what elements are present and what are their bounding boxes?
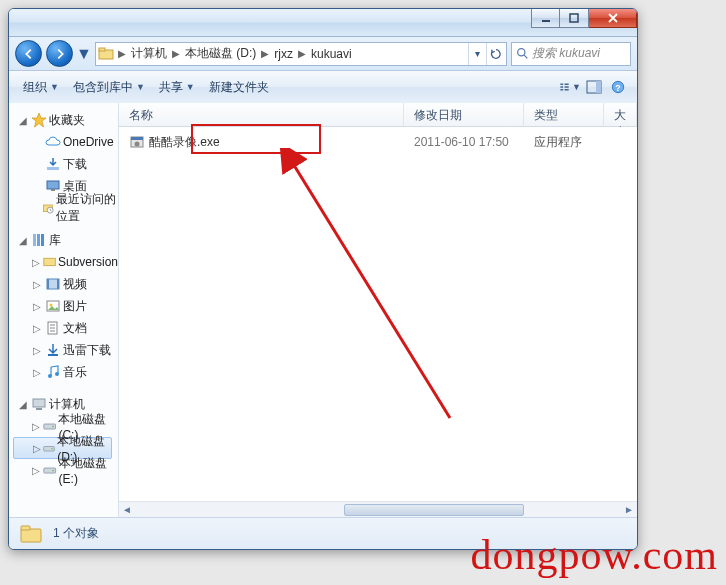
- column-name[interactable]: 名称: [119, 103, 404, 126]
- chevron-down-icon: ▼: [136, 82, 145, 92]
- sidebar-item-subversion[interactable]: ▷Subversion: [13, 251, 118, 273]
- maximize-button[interactable]: [560, 8, 589, 28]
- download-icon: [45, 342, 61, 358]
- expand-icon[interactable]: ▷: [31, 421, 41, 432]
- sidebar-item-videos[interactable]: ▷视频: [13, 273, 118, 295]
- collapse-icon[interactable]: ◢: [17, 235, 29, 246]
- sidebar-item-pictures[interactable]: ▷图片: [13, 295, 118, 317]
- column-date[interactable]: 修改日期: [404, 103, 524, 126]
- music-icon: [45, 364, 61, 380]
- sidebar-favorites-header[interactable]: ◢ 收藏夹: [13, 109, 118, 131]
- column-headers[interactable]: 名称 修改日期 类型 大小: [119, 103, 637, 127]
- svg-rect-17: [47, 167, 59, 170]
- address-bar[interactable]: ▶ 计算机 ▶ 本地磁盘 (D:) ▶ rjxz ▶ kukuavi ▾: [95, 42, 507, 66]
- horizontal-scrollbar[interactable]: ◄ ►: [119, 501, 637, 517]
- expand-icon[interactable]: ▷: [31, 323, 43, 334]
- expand-icon[interactable]: ▷: [31, 367, 43, 378]
- scrollbar-thumb[interactable]: [344, 504, 524, 516]
- status-count: 1 个对象: [53, 525, 99, 542]
- sidebar-item-drive-e[interactable]: ▷本地磁盘 (E:): [13, 459, 118, 481]
- share-menu[interactable]: 共享▼: [153, 77, 201, 98]
- svg-rect-7: [560, 86, 563, 87]
- chevron-right-icon[interactable]: ▶: [259, 48, 271, 59]
- svg-rect-35: [48, 354, 58, 356]
- svg-point-37: [55, 372, 59, 376]
- refresh-button[interactable]: [486, 43, 504, 65]
- scroll-left-button[interactable]: ◄: [119, 502, 135, 517]
- folder-icon: [43, 254, 56, 270]
- search-input[interactable]: 搜索 kukuavi: [511, 42, 631, 66]
- expand-icon[interactable]: ▷: [31, 279, 43, 290]
- close-button[interactable]: [589, 8, 637, 28]
- document-icon: [45, 320, 61, 336]
- toolbar: 组织▼ 包含到库中▼ 共享▼ 新建文件夹 ▼ ?: [9, 71, 637, 103]
- organize-menu[interactable]: 组织▼: [17, 77, 65, 98]
- svg-line-5: [524, 55, 527, 58]
- sidebar-libraries-header[interactable]: ◢ 库: [13, 229, 118, 251]
- svg-rect-8: [560, 89, 563, 90]
- include-in-library-menu[interactable]: 包含到库中▼: [67, 77, 151, 98]
- navigation-pane[interactable]: ◢ 收藏夹 OneDrive 下载 桌面 最近访问的位置 ◢ 库 ▷Subver…: [9, 103, 119, 517]
- view-options-button[interactable]: ▼: [559, 76, 581, 98]
- search-icon: [516, 47, 529, 60]
- recent-icon: [42, 200, 54, 216]
- chevron-right-icon[interactable]: ▶: [170, 48, 182, 59]
- sidebar-item-recent[interactable]: 最近访问的位置: [13, 197, 118, 219]
- expand-icon[interactable]: ▷: [32, 443, 41, 454]
- svg-point-46: [52, 470, 54, 472]
- sidebar-item-xunlei[interactable]: ▷迅雷下载: [13, 339, 118, 361]
- expand-icon[interactable]: ▷: [31, 465, 41, 476]
- expand-icon[interactable]: ▷: [31, 257, 41, 268]
- sidebar-item-music[interactable]: ▷音乐: [13, 361, 118, 383]
- back-button[interactable]: [15, 40, 42, 67]
- picture-icon: [45, 298, 61, 314]
- download-icon: [45, 156, 61, 172]
- svg-rect-18: [47, 181, 59, 189]
- svg-point-44: [51, 448, 53, 450]
- svg-rect-24: [41, 234, 44, 246]
- collapse-icon[interactable]: ◢: [17, 115, 29, 126]
- chevron-right-icon[interactable]: ▶: [116, 48, 128, 59]
- svg-marker-16: [32, 113, 46, 127]
- collapse-icon[interactable]: ◢: [17, 399, 29, 410]
- sidebar-item-downloads[interactable]: 下载: [13, 153, 118, 175]
- scroll-right-button[interactable]: ►: [621, 502, 637, 517]
- explorer-window: ▼ ▶ 计算机 ▶ 本地磁盘 (D:) ▶ rjxz ▶ kukuavi ▾ 搜…: [8, 8, 638, 550]
- breadcrumb-drive-d[interactable]: 本地磁盘 (D:): [182, 43, 259, 65]
- file-list[interactable]: 酷酷录像.exe 2011-06-10 17:50 应用程序 ◄ ►: [119, 127, 637, 517]
- svg-point-30: [50, 304, 53, 307]
- file-row[interactable]: 酷酷录像.exe 2011-06-10 17:50 应用程序: [119, 131, 637, 153]
- drive-icon: [43, 440, 55, 456]
- chevron-down-icon: ▼: [50, 82, 59, 92]
- video-icon: [45, 276, 61, 292]
- new-folder-button[interactable]: 新建文件夹: [203, 77, 275, 98]
- minimize-button[interactable]: [531, 8, 560, 28]
- preview-pane-button[interactable]: [583, 76, 605, 98]
- expand-icon[interactable]: ▷: [31, 345, 43, 356]
- forward-button[interactable]: [46, 40, 73, 67]
- chevron-right-icon[interactable]: ▶: [296, 48, 308, 59]
- svg-point-42: [52, 426, 54, 428]
- breadcrumb-rjxz[interactable]: rjxz: [271, 43, 296, 65]
- breadcrumb-computer[interactable]: 计算机: [128, 43, 170, 65]
- address-dropdown[interactable]: ▾: [468, 43, 486, 65]
- sidebar-item-documents[interactable]: ▷文档: [13, 317, 118, 339]
- help-button[interactable]: ?: [607, 76, 629, 98]
- explorer-body: ◢ 收藏夹 OneDrive 下载 桌面 最近访问的位置 ◢ 库 ▷Subver…: [9, 103, 637, 517]
- breadcrumb-kukuavi[interactable]: kukuavi: [308, 43, 355, 65]
- titlebar[interactable]: [9, 9, 637, 37]
- column-type[interactable]: 类型: [524, 103, 604, 126]
- file-date: 2011-06-10 17:50: [404, 135, 524, 149]
- drive-icon: [43, 462, 56, 478]
- column-size[interactable]: 大小: [604, 103, 637, 126]
- folder-icon: [98, 46, 114, 62]
- history-dropdown[interactable]: ▼: [77, 44, 91, 64]
- svg-rect-13: [596, 81, 601, 93]
- sidebar-item-onedrive[interactable]: OneDrive: [13, 131, 118, 153]
- svg-rect-22: [33, 234, 36, 246]
- library-icon: [31, 232, 47, 248]
- svg-rect-9: [565, 84, 569, 85]
- expand-icon[interactable]: ▷: [31, 301, 43, 312]
- file-name: 酷酷录像.exe: [149, 134, 220, 151]
- svg-rect-27: [47, 279, 49, 289]
